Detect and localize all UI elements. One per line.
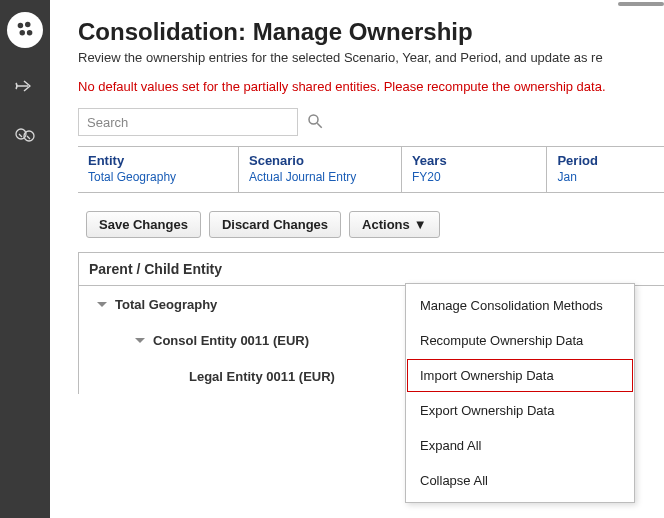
context-years-label: Years: [412, 153, 537, 168]
page-subtitle: Review the ownership entries for the sel…: [78, 50, 664, 65]
search-input[interactable]: [78, 108, 298, 136]
handshake-icon[interactable]: [13, 124, 37, 148]
actions-menu: Manage Consolidation Methods Recompute O…: [405, 283, 635, 503]
menu-item-export[interactable]: Export Ownership Data: [406, 393, 634, 428]
discard-button[interactable]: Discard Changes: [209, 211, 341, 238]
svg-point-6: [309, 115, 318, 124]
tree-header: Parent / Child Entity: [79, 253, 664, 286]
context-entity[interactable]: Entity Total Geography: [78, 147, 239, 192]
left-sidebar: [0, 0, 50, 518]
context-entity-value: Total Geography: [88, 170, 228, 184]
context-bar: Entity Total Geography Scenario Actual J…: [78, 146, 664, 193]
context-years[interactable]: Years FY20: [402, 147, 548, 192]
menu-item-collapse-all[interactable]: Collapse All: [406, 463, 634, 498]
arrow-icon[interactable]: [13, 74, 37, 98]
logo-icon: [14, 19, 36, 41]
tree-row-label: Consol Entity 0011 (EUR): [153, 333, 309, 348]
svg-point-2: [20, 30, 26, 36]
context-scenario-label: Scenario: [249, 153, 391, 168]
menu-item-expand-all[interactable]: Expand All: [406, 428, 634, 463]
page-title: Consolidation: Manage Ownership: [78, 18, 664, 46]
context-scenario[interactable]: Scenario Actual Journal Entry: [239, 147, 402, 192]
menu-item-manage-methods[interactable]: Manage Consolidation Methods: [406, 288, 634, 323]
menu-item-recompute[interactable]: Recompute Ownership Data: [406, 323, 634, 358]
actions-button-label: Actions: [362, 217, 410, 232]
toolbar: Save Changes Discard Changes Actions▼: [78, 193, 664, 252]
caret-down-icon: ▼: [414, 217, 427, 232]
menu-item-import[interactable]: Import Ownership Data: [406, 358, 634, 393]
context-period[interactable]: Period Jan: [547, 147, 664, 192]
tree-row-label: Total Geography: [115, 297, 217, 312]
expand-icon[interactable]: [97, 302, 107, 307]
svg-point-3: [27, 30, 33, 36]
svg-point-0: [18, 23, 24, 29]
expand-icon[interactable]: [135, 338, 145, 343]
context-period-label: Period: [557, 153, 654, 168]
tree-row-label: Legal Entity 0011 (EUR): [189, 369, 335, 384]
search-icon[interactable]: [306, 112, 324, 133]
actions-button[interactable]: Actions▼: [349, 211, 440, 238]
context-entity-label: Entity: [88, 153, 228, 168]
context-period-value: Jan: [557, 170, 654, 184]
context-years-value: FY20: [412, 170, 537, 184]
save-button[interactable]: Save Changes: [86, 211, 201, 238]
svg-line-7: [317, 123, 322, 128]
app-logo[interactable]: [7, 12, 43, 48]
svg-point-1: [25, 22, 31, 28]
context-scenario-value: Actual Journal Entry: [249, 170, 391, 184]
warning-message: No default values set for the partially …: [78, 79, 664, 94]
